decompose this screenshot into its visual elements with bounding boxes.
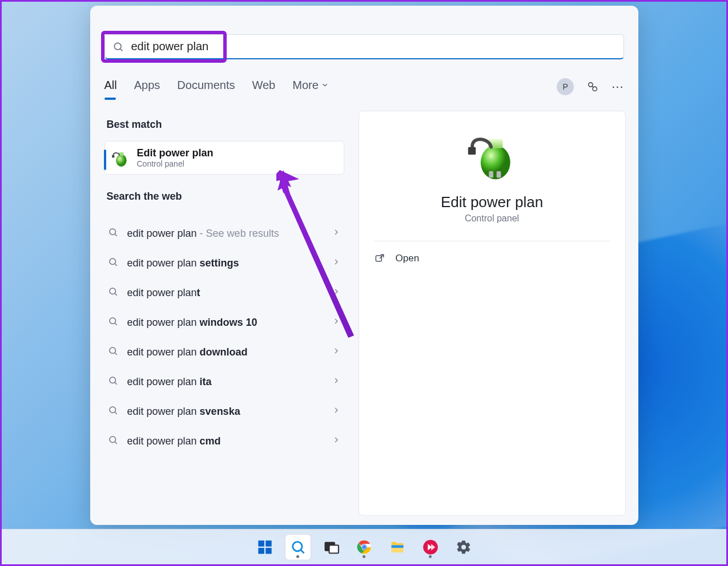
svg-point-16 [110, 347, 116, 354]
tab-more[interactable]: More [292, 79, 329, 95]
search-icon [108, 405, 118, 418]
svg-rect-36 [266, 548, 272, 554]
open-button[interactable]: Open [374, 253, 610, 264]
svg-point-5 [116, 154, 126, 166]
search-icon [108, 435, 118, 448]
results-column: Best match Edit power plan Control panel… [104, 114, 344, 456]
web-result-item[interactable]: edit power plan cmd [104, 426, 344, 456]
svg-point-24 [480, 145, 510, 180]
web-results-list: edit power plan - See web resultsedit po… [104, 219, 344, 456]
filter-actions: P ··· [557, 78, 624, 95]
web-result-text: edit power plant [127, 287, 200, 299]
chevron-right-icon [332, 406, 341, 417]
svg-point-22 [110, 436, 116, 443]
power-plan-icon [111, 148, 130, 168]
section-best-match-title: Best match [107, 119, 344, 131]
svg-line-38 [300, 549, 304, 553]
svg-line-11 [115, 264, 116, 265]
web-result-text: edit power plan download [127, 346, 248, 358]
svg-line-23 [115, 442, 116, 443]
search-box[interactable] [104, 34, 624, 59]
chevron-right-icon [332, 376, 341, 387]
svg-line-19 [115, 382, 116, 384]
svg-point-18 [110, 377, 116, 383]
web-result-item[interactable]: edit power plan windows 10 [104, 308, 344, 337]
taskbar-task-view[interactable] [319, 535, 344, 560]
search-icon [108, 316, 118, 329]
more-options-button[interactable]: ··· [612, 79, 624, 94]
svg-point-14 [110, 318, 116, 324]
taskbar-search[interactable] [285, 535, 311, 560]
search-icon [108, 257, 118, 270]
taskbar-start[interactable] [252, 535, 277, 560]
web-result-item[interactable]: edit power plan - See web results [104, 219, 344, 248]
taskbar [2, 529, 726, 564]
svg-point-37 [292, 541, 301, 551]
taskbar-running-indicator [363, 555, 365, 558]
tab-all[interactable]: All [104, 79, 117, 95]
svg-rect-33 [258, 540, 264, 547]
web-result-item[interactable]: edit power plant [104, 278, 344, 308]
taskbar-anydesk[interactable] [418, 535, 443, 560]
svg-point-44 [363, 545, 366, 549]
svg-point-0 [114, 43, 121, 50]
search-input[interactable] [131, 40, 624, 53]
svg-rect-30 [376, 256, 381, 261]
svg-rect-40 [329, 545, 338, 553]
web-result-item[interactable]: edit power plan svenska [104, 397, 344, 426]
search-icon [108, 346, 118, 359]
web-result-item[interactable]: edit power plan download [104, 337, 344, 367]
best-match-subtitle: Control panel [137, 159, 214, 168]
detail-panel: Edit power plan Control panel Open [359, 111, 626, 516]
tab-documents[interactable]: Documents [177, 79, 235, 95]
svg-line-21 [115, 412, 116, 414]
taskbar-settings[interactable] [451, 535, 476, 560]
chevron-right-icon [332, 435, 341, 447]
svg-point-12 [110, 288, 116, 294]
chevron-right-icon [332, 287, 341, 298]
svg-line-9 [115, 234, 116, 236]
detail-separator [374, 241, 610, 241]
search-icon [108, 227, 118, 240]
taskbar-active-indicator [296, 555, 299, 558]
search-icon [108, 286, 118, 300]
web-result-item[interactable]: edit power plan settings [104, 248, 344, 278]
taskbar-running-indicator [429, 555, 432, 558]
filter-row: All Apps Documents Web More P ··· [104, 74, 624, 99]
best-match-result[interactable]: Edit power plan Control panel [104, 141, 344, 175]
web-result-item[interactable]: edit power plan ita [104, 367, 344, 397]
rewards-icon[interactable] [584, 78, 601, 95]
web-result-text: edit power plan settings [127, 257, 239, 269]
svg-point-20 [110, 407, 116, 413]
chevron-down-icon [321, 81, 329, 89]
profile-avatar[interactable]: P [557, 78, 574, 95]
search-icon [108, 375, 118, 389]
web-result-text: edit power plan - See web results [127, 228, 279, 240]
svg-rect-28 [489, 171, 493, 178]
web-result-text: edit power plan ita [127, 376, 212, 388]
detail-icon [374, 128, 610, 183]
detail-subtitle: Control panel [374, 213, 610, 224]
open-external-icon [374, 253, 385, 264]
search-panel: All Apps Documents Web More P ··· Best m… [90, 6, 638, 525]
svg-rect-29 [496, 171, 501, 178]
best-match-title: Edit power plan [137, 147, 214, 159]
svg-line-1 [120, 48, 122, 51]
svg-rect-27 [468, 147, 475, 155]
taskbar-file-explorer[interactable] [385, 535, 410, 560]
taskbar-chrome[interactable] [352, 535, 377, 560]
chevron-right-icon [332, 257, 341, 269]
svg-point-2 [589, 83, 593, 87]
search-icon [105, 41, 131, 52]
detail-title: Edit power plan [374, 193, 610, 211]
tab-web[interactable]: Web [252, 79, 275, 95]
tab-apps[interactable]: Apps [134, 79, 160, 95]
svg-line-17 [115, 353, 116, 354]
power-plan-icon-large [465, 128, 520, 183]
web-result-text: edit power plan cmd [127, 435, 221, 447]
filter-tabs: All Apps Documents Web More [104, 79, 329, 95]
open-label: Open [396, 253, 420, 264]
svg-rect-46 [391, 545, 403, 548]
svg-point-8 [110, 229, 116, 235]
svg-line-15 [115, 323, 116, 325]
